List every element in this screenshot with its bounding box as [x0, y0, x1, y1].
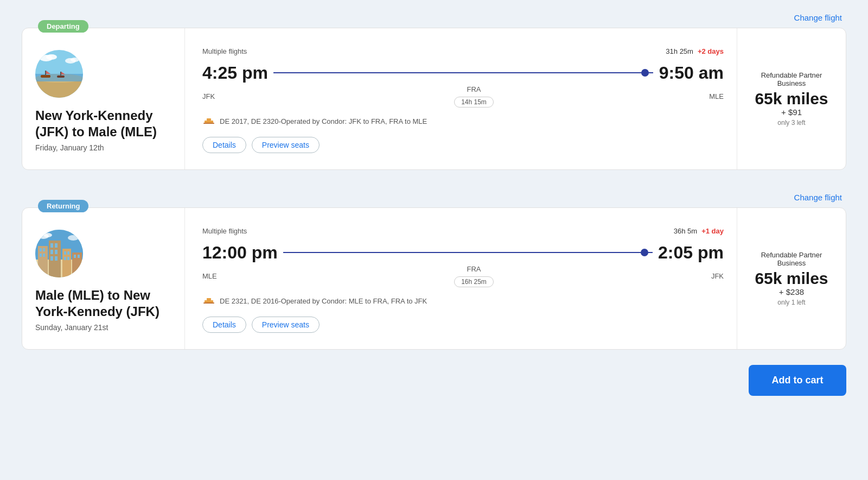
departing-middle-panel: Multiple flights 31h 25m +2 days 4:25 pm… [185, 28, 737, 169]
departing-destination-image [35, 50, 83, 98]
svg-rect-16 [203, 123, 214, 124]
svg-rect-44 [207, 298, 211, 300]
svg-rect-26 [50, 243, 53, 248]
svg-point-11 [46, 54, 57, 60]
departing-arrive-airport: MLE [680, 92, 724, 100]
returning-preview-seats-button[interactable]: Preview seats [252, 317, 320, 333]
condor-icon-2 [202, 295, 215, 308]
departing-times-row: 4:25 pm 9:50 am [202, 63, 724, 83]
svg-rect-38 [74, 255, 76, 258]
svg-point-13 [71, 58, 79, 62]
departing-actions: Details Preview seats [202, 137, 724, 153]
svg-rect-8 [60, 72, 61, 76]
departing-miles: 65k miles [755, 90, 828, 108]
departing-right-panel: Refundable Partner Business 65k miles + … [737, 28, 846, 169]
returning-seats-left: only 1 left [777, 299, 805, 306]
departing-multiple-flights: Multiple flights [202, 47, 724, 55]
returning-times-row: 12:00 pm 2:05 pm [202, 243, 724, 263]
svg-rect-27 [55, 243, 58, 248]
returning-card: Male (MLE) to New York-Kennedy (JFK) Sun… [22, 207, 846, 350]
returning-details-button[interactable]: Details [202, 317, 246, 333]
returning-route-title: Male (MLE) to New York-Kennedy (JFK) [35, 287, 171, 320]
returning-layover-info: FRA 16h 25m [267, 265, 680, 287]
departing-arrive-time: 9:50 am [659, 63, 724, 83]
returning-airports-row: MLE FRA 16h 25m JFK [202, 265, 724, 287]
departing-date: Friday, January 12th [35, 143, 104, 152]
departing-seats-left: only 3 left [777, 119, 805, 127]
svg-rect-5 [45, 71, 46, 76]
departing-preview-seats-button[interactable]: Preview seats [252, 137, 320, 153]
departing-operated-by: DE 2017, DE 2320-Operated by Condor: JFK… [202, 115, 724, 128]
svg-rect-15 [207, 118, 211, 121]
svg-rect-37 [72, 252, 82, 277]
departing-card: New York-Kennedy (JFK) to Male (MLE) Fri… [22, 28, 846, 170]
returning-middle-panel: Multiple flights 36h 5m +1 day 12:00 pm … [185, 208, 737, 349]
add-to-cart-button[interactable]: Add to cart [749, 365, 846, 396]
condor-icon [202, 115, 215, 128]
returning-badge: Returning [38, 200, 88, 212]
returning-actions: Details Preview seats [202, 317, 724, 333]
departing-days-over: +2 days [698, 47, 724, 55]
returning-date: Sunday, January 21st [35, 323, 108, 332]
departing-flight-line [273, 72, 653, 73]
returning-depart-airport: MLE [202, 272, 267, 280]
returning-left-panel: Male (MLE) to New York-Kennedy (JFK) Sun… [22, 208, 185, 349]
add-to-cart-row: Add to cart [22, 365, 846, 396]
departing-left-panel: New York-Kennedy (JFK) to Male (MLE) Fri… [22, 28, 185, 169]
departing-cash: + $91 [781, 108, 802, 117]
svg-rect-31 [55, 256, 58, 261]
svg-rect-28 [50, 250, 53, 254]
returning-layover-duration: 16h 25m [454, 276, 494, 287]
svg-rect-33 [64, 251, 66, 255]
returning-miles: 65k miles [755, 269, 828, 287]
svg-rect-23 [40, 254, 42, 257]
change-flight-top-button[interactable]: Change flight [790, 11, 846, 24]
svg-rect-35 [64, 257, 66, 260]
svg-rect-34 [67, 251, 69, 255]
returning-total-duration: 36h 5m [674, 227, 697, 235]
departing-layover-airport: FRA [467, 85, 481, 93]
departing-airports-row: JFK FRA 14h 15m MLE [202, 85, 724, 108]
returning-depart-time: 12:00 pm [202, 243, 278, 263]
returning-section: Returning [22, 207, 846, 350]
returning-flight-line [283, 252, 653, 253]
returning-arrive-airport: JFK [680, 272, 724, 280]
returning-cash: + $238 [779, 287, 804, 296]
svg-rect-36 [67, 257, 69, 260]
returning-layover-airport: FRA [467, 265, 481, 273]
svg-rect-29 [55, 250, 58, 254]
returning-destination-image [35, 230, 83, 277]
svg-rect-21 [40, 248, 42, 251]
departing-total-duration: 31h 25m [666, 47, 693, 55]
change-flight-returning-button[interactable]: Change flight [790, 191, 846, 204]
departing-depart-airport: JFK [202, 92, 267, 100]
returning-arrive-time: 2:05 pm [658, 243, 724, 263]
departing-refundable-label: Refundable Partner Business [746, 71, 837, 87]
svg-rect-30 [50, 256, 53, 261]
departing-section: Departing [22, 28, 846, 170]
returning-operated-by-text: DE 2321, DE 2016-Operated by Condor: MLE… [220, 297, 427, 305]
svg-point-42 [68, 235, 79, 241]
returning-refundable-label: Refundable Partner Business [746, 251, 837, 267]
svg-rect-43 [205, 300, 213, 302]
svg-rect-22 [43, 248, 45, 251]
returning-days-over: +1 day [701, 227, 724, 235]
departing-layover-info: FRA 14h 15m [267, 85, 680, 108]
svg-rect-32 [62, 249, 71, 277]
svg-rect-45 [203, 302, 214, 304]
departing-layover-duration: 14h 15m [454, 97, 494, 108]
departing-route-title: New York-Kennedy (JFK) to Male (MLE) [35, 108, 171, 140]
returning-multiple-flights: Multiple flights [202, 227, 724, 235]
svg-rect-14 [205, 121, 213, 123]
svg-rect-39 [78, 255, 80, 258]
departing-badge: Departing [38, 20, 88, 33]
svg-rect-24 [43, 254, 45, 257]
returning-right-panel: Refundable Partner Business 65k miles + … [737, 208, 846, 349]
returning-operated-by: DE 2321, DE 2016-Operated by Condor: MLE… [202, 295, 724, 308]
departing-details-button[interactable]: Details [202, 137, 246, 153]
svg-point-41 [43, 233, 52, 237]
departing-depart-time: 4:25 pm [202, 63, 268, 83]
departing-operated-by-text: DE 2017, DE 2320-Operated by Condor: JFK… [220, 117, 427, 125]
